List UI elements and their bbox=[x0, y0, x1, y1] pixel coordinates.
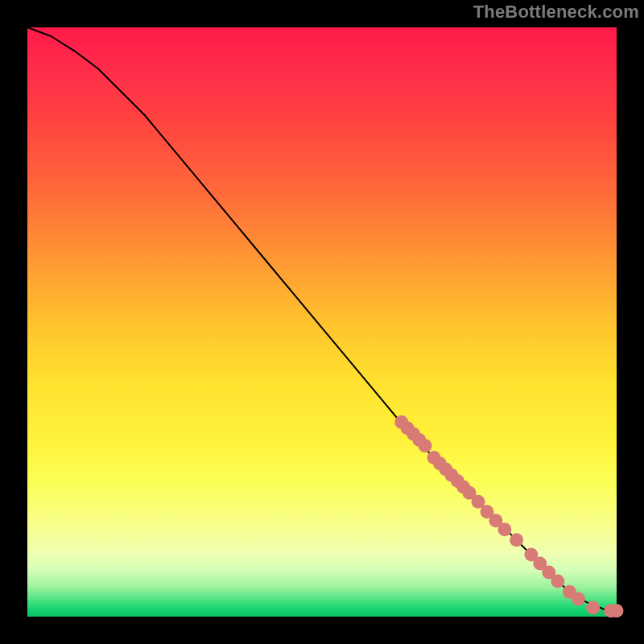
markers-group bbox=[394, 415, 623, 617]
plot-area bbox=[27, 27, 617, 617]
data-marker bbox=[510, 533, 523, 547]
attribution-label: TheBottleneck.com bbox=[473, 2, 639, 23]
data-marker bbox=[419, 439, 432, 452]
data-marker bbox=[497, 522, 511, 536]
data-marker bbox=[586, 601, 600, 615]
data-marker bbox=[572, 592, 585, 606]
data-marker bbox=[610, 604, 624, 617]
plot-svg bbox=[27, 27, 617, 617]
bottleneck-curve bbox=[27, 27, 617, 611]
chart-stage: TheBottleneck.com bbox=[0, 0, 644, 644]
data-marker bbox=[551, 575, 564, 588]
